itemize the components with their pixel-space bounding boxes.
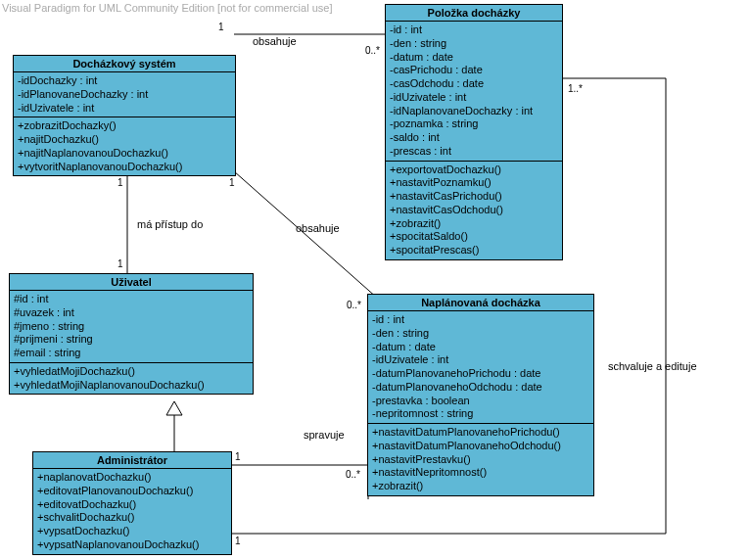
member: -den : string [372,327,589,341]
mult: 1 [117,177,123,188]
member: -casOdchodu : date [390,77,558,91]
attributes: -id : int-den : string-datum : date-idUz… [368,311,593,424]
mult: 1 [235,536,241,546]
attributes: -idDochazky : int-idPlanovaneDochazky : … [14,72,235,117]
member: #email : string [14,347,249,360]
mult: 1 [229,177,235,188]
class-uzivatel: Uživatel #id : int#uvazek : int#jmeno : … [9,273,254,395]
member: -den : string [390,37,558,51]
mult: 0..* [346,469,360,480]
member: +vypsatDochazku() [37,525,227,538]
member: +nastavitDatumPlanovanehoPrichodu() [372,426,589,440]
class-naplanovana-dochazka: Naplánovaná docházka -id : int-den : str… [367,294,594,496]
member: +nastavitCasOdchodu() [390,204,558,217]
member: +najitDochazku() [18,133,231,147]
member: +zobrazitDochazky() [18,119,231,133]
methods: +zobrazitDochazky()+najitDochazku()+naji… [14,117,235,175]
member: -idUzivatele : int [372,353,589,367]
mult: 0..* [365,45,380,56]
mult: 0..* [347,300,361,310]
member: +vyhledatMojiDochazku() [14,365,249,379]
methods: +exportovatDochazku()+nastavitPoznamku()… [386,162,562,259]
member: +nastavitPoznamku() [390,176,558,190]
class-title: Docházkový systém [14,56,235,72]
member: -id : int [390,23,558,37]
member: +editovatPlanovanouDochazku() [37,485,227,498]
member: +naplanovatDochazku() [37,471,227,485]
member: +nastavitPrestavku() [372,453,589,467]
rel-label: obsahuje [253,35,297,47]
rel-label: obsahuje [296,222,340,234]
member: -idUzivatele : int [18,102,231,116]
member: -prestavka : boolean [372,395,589,408]
member: +schvalitDochazku() [37,511,227,525]
member: -datum : date [372,341,589,354]
mult: 1 [218,22,224,32]
member: -nepritomnost : string [372,407,589,421]
mult: 1 [235,451,241,462]
attributes: #id : int#uvazek : int#jmeno : string#pr… [10,291,253,363]
member: +nastavitNepritomnost() [372,466,589,480]
class-title: Administrátor [33,452,231,469]
member: +zobrazit() [390,217,558,231]
class-title: Uživatel [10,274,253,291]
class-title: Položka docházky [386,5,562,22]
member: -datumPlanovanehoOdchodu : date [372,381,589,395]
member: #uvazek : int [14,306,249,320]
class-administrator: Administrátor +naplanovatDochazku()+edit… [32,451,232,555]
mult: 1..* [568,83,583,94]
member: +vyhledatMojiNaplanovanouDochazku() [14,379,249,393]
member: +najitNaplanovanouDochazku() [18,147,231,161]
methods: +vyhledatMojiDochazku()+vyhledatMojiNapl… [10,363,253,395]
watermark: Visual Paradigm for UML Community Editio… [2,2,332,14]
member: +nastavitDatumPlanovanehoOdchodu() [372,440,589,453]
rel-label: spravuje [304,429,345,441]
rel-label: má přístup do [137,218,203,230]
member: +nastavitCasPrichodu() [390,190,558,204]
member: -prescas : int [390,145,558,159]
methods: +naplanovatDochazku()+editovatPlanovanou… [33,469,231,554]
attributes: -id : int-den : string-datum : date-casP… [386,22,562,162]
member: #id : int [14,293,249,306]
member: -casPrichodu : date [390,64,558,77]
rel-label: schvaluje a edituje [608,360,697,372]
member: #jmeno : string [14,320,249,334]
member: +zobrazit() [372,480,589,493]
member: +spocitatSaldo() [390,230,558,244]
member: #prijmeni : string [14,333,249,347]
class-dochazkovy-system: Docházkový systém -idDochazky : int-idPl… [13,55,236,176]
member: -datum : date [390,51,558,65]
member: -idUzivatele : int [390,91,558,105]
member: -idPlanovaneDochazky : int [18,88,231,102]
svg-line-2 [234,171,395,313]
member: +vypsatNaplanovanouDochazku() [37,538,227,552]
member: -poznamka : string [390,117,558,131]
class-title: Naplánovaná docházka [368,295,593,311]
methods: +nastavitDatumPlanovanehoPrichodu()+nast… [368,424,593,495]
class-polozka-dochazky: Položka docházky -id : int-den : string-… [385,4,563,260]
member: -id : int [372,313,589,327]
member: +spocitatPrescas() [390,244,558,257]
member: +exportovatDochazku() [390,163,558,177]
member: -idDochazky : int [18,74,231,88]
member: -saldo : int [390,131,558,145]
member: -idNaplanovaneDochazky : int [390,105,558,118]
member: +editovatDochazku() [37,498,227,512]
mult: 1 [117,258,123,269]
member: +vytvoritNaplanovanouDochazku() [18,161,231,174]
member: -datumPlanovanehoPrichodu : date [372,367,589,381]
